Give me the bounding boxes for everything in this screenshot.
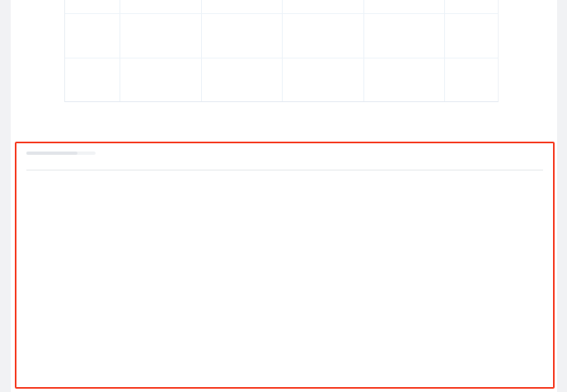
col-header-live-chat-event <box>270 158 350 170</box>
page-gutter-left <box>0 0 11 392</box>
table-horizontal-scrollbar[interactable] <box>26 152 96 155</box>
funnel-chart <box>0 0 567 132</box>
table-header-row <box>26 158 543 170</box>
scrollbar-thumb[interactable] <box>26 152 77 155</box>
y-axis-label <box>25 0 38 16</box>
chart-plot-area <box>64 0 499 102</box>
funnel-details-panel <box>15 142 555 389</box>
col-header-facebook-visit <box>111 158 191 170</box>
col-header-source <box>26 158 111 170</box>
funnel-details-table <box>26 158 543 170</box>
col-header-completed-purchase <box>430 158 543 170</box>
col-header-initiated-checkout <box>350 158 430 170</box>
col-header-viewed-product <box>191 158 270 170</box>
page-gutter-right <box>557 0 567 392</box>
funnel-bars-svg <box>65 0 499 102</box>
